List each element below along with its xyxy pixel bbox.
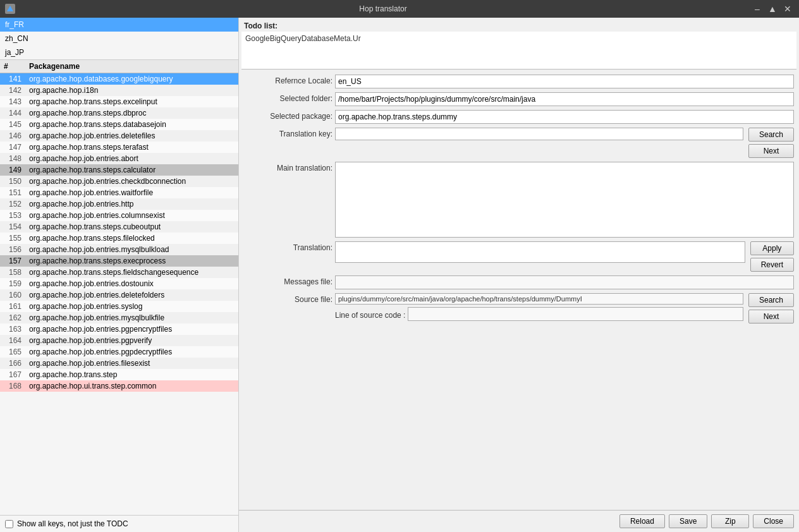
- selected-folder-row: Selected folder:: [244, 92, 794, 106]
- row-number: 161: [0, 301, 25, 312]
- row-number: 160: [0, 289, 25, 301]
- zip-button[interactable]: Zip: [711, 514, 749, 528]
- row-packagename: org.apache.hop.job.entries.mysqlbulkfile: [25, 312, 238, 323]
- row-number: 151: [0, 187, 25, 198]
- messages-file-value: [335, 275, 794, 289]
- reload-button[interactable]: Reload: [619, 514, 665, 528]
- row-packagename: org.apache.hop.job.entries.http: [25, 198, 238, 210]
- table-row[interactable]: 162org.apache.hop.job.entries.mysqlbulkf…: [0, 312, 238, 323]
- row-packagename: org.apache.hop.job.entries.checkdbconnec…: [25, 176, 238, 187]
- main-translation-textarea[interactable]: [335, 162, 794, 238]
- translation-key-row: Translation key: Search Next: [244, 128, 794, 158]
- title-bar-controls: – ▲ ✕: [751, 3, 794, 15]
- selected-folder-input[interactable]: [335, 92, 794, 106]
- reference-locale-row: Refernce Locale:: [244, 75, 794, 88]
- translation-row: Translation: Apply Revert: [244, 241, 794, 272]
- table-row[interactable]: 166org.apache.hop.job.entries.filesexist: [0, 358, 238, 369]
- row-packagename: org.apache.hop.job.entries.mysqlbulkload: [25, 244, 238, 255]
- translation-textarea[interactable]: [335, 241, 745, 263]
- selected-package-input[interactable]: [335, 110, 794, 124]
- table-row[interactable]: 141org.apache.hop.databases.googlebigque…: [0, 73, 238, 85]
- row-number: 166: [0, 358, 25, 369]
- table-row[interactable]: 164org.apache.hop.job.entries.pgpverify: [0, 335, 238, 346]
- table-row[interactable]: 158org.apache.hop.trans.steps.fieldschan…: [0, 267, 238, 278]
- row-number: 145: [0, 119, 25, 130]
- translation-key-label: Translation key:: [244, 128, 332, 138]
- row-packagename: org.apache.hop.job.entries.waitforfile: [25, 187, 238, 198]
- row-packagename: org.apache.hop.trans.step: [25, 369, 238, 380]
- show-all-keys-label[interactable]: Show all keys, not just the TODC: [17, 519, 128, 528]
- main-translation-row: Main translation:: [244, 162, 794, 238]
- table-row[interactable]: 163org.apache.hop.job.entries.pgpencrypt…: [0, 323, 238, 335]
- row-packagename: org.apache.hop.job.entries.deletefolders: [25, 289, 238, 301]
- row-number: 152: [0, 198, 25, 210]
- main-translation-label: Main translation:: [244, 162, 332, 172]
- table-row[interactable]: 152org.apache.hop.job.entries.http: [0, 198, 238, 210]
- translation-key-input[interactable]: [335, 128, 743, 140]
- table-row[interactable]: 145org.apache.hop.trans.steps.databasejo…: [0, 119, 238, 130]
- todo-list-container[interactable]: GoogleBigQueryDatabaseMeta.Ur: [241, 32, 796, 70]
- table-row[interactable]: 147org.apache.hop.trans.steps.terafast: [0, 142, 238, 153]
- table-row[interactable]: 142org.apache.hop.i18n: [0, 85, 238, 96]
- reference-locale-input[interactable]: [335, 75, 794, 88]
- table-row[interactable]: 157org.apache.hop.trans.steps.execproces…: [0, 255, 238, 267]
- locale-item-ja-jp[interactable]: ja_JP: [0, 45, 238, 59]
- row-packagename: org.apache.hop.job.entries.columnsexist: [25, 210, 238, 221]
- row-packagename: org.apache.hop.job.entries.dostounix: [25, 278, 238, 289]
- table-row[interactable]: 151org.apache.hop.job.entries.waitforfil…: [0, 187, 238, 198]
- table-row[interactable]: 159org.apache.hop.job.entries.dostounix: [0, 278, 238, 289]
- show-all-keys-checkbox[interactable]: [5, 520, 13, 528]
- row-packagename: org.apache.hop.trans.steps.cubeoutput: [25, 221, 238, 233]
- table-row[interactable]: 167org.apache.hop.trans.step: [0, 369, 238, 380]
- table-row[interactable]: 146org.apache.hop.job.entries.deletefile…: [0, 130, 238, 142]
- left-bottom: Show all keys, not just the TODC: [0, 515, 238, 532]
- table-row[interactable]: 153org.apache.hop.job.entries.columnsexi…: [0, 210, 238, 221]
- close-button[interactable]: Close: [753, 514, 794, 528]
- row-number: 144: [0, 107, 25, 119]
- locale-item-zh-cn[interactable]: zh_CN: [0, 32, 238, 45]
- minimize-button[interactable]: –: [751, 3, 764, 15]
- maximize-button[interactable]: ▲: [766, 3, 779, 15]
- table-row[interactable]: 168org.apache.hop.ui.trans.step.common: [0, 380, 238, 392]
- row-number: 164: [0, 335, 25, 346]
- table-row[interactable]: 165org.apache.hop.job.entries.pgpdecrypt…: [0, 346, 238, 358]
- revert-button[interactable]: Revert: [750, 258, 794, 272]
- row-packagename: org.apache.hop.databases.googlebigquery: [25, 73, 238, 85]
- row-number: 148: [0, 153, 25, 164]
- table-row[interactable]: 148org.apache.hop.job.entries.abort: [0, 153, 238, 164]
- reference-locale-label: Refernce Locale:: [244, 75, 332, 85]
- table-row[interactable]: 154org.apache.hop.trans.steps.cubeoutput: [0, 221, 238, 233]
- row-number: 155: [0, 233, 25, 244]
- save-button[interactable]: Save: [669, 514, 707, 528]
- search-button-lower[interactable]: Search: [748, 293, 794, 307]
- table-row[interactable]: 160org.apache.hop.job.entries.deletefold…: [0, 289, 238, 301]
- row-number: 153: [0, 210, 25, 221]
- title-bar-left: [5, 4, 15, 14]
- locale-item-fr-fr[interactable]: fr_FR: [0, 18, 238, 32]
- package-table-container[interactable]: # Packagename 141org.apache.hop.database…: [0, 59, 238, 515]
- search-button[interactable]: Search: [748, 128, 794, 142]
- window-title: Hop translator: [15, 4, 751, 13]
- translation-label: Translation:: [244, 241, 332, 252]
- main-content: fr_FR zh_CN ja_JP # Packagename 141org.a…: [0, 18, 799, 532]
- title-bar: Hop translator – ▲ ✕: [0, 0, 799, 18]
- table-row[interactable]: 156org.apache.hop.job.entries.mysqlbulkl…: [0, 244, 238, 255]
- line-of-source-code-label: Line of source code :: [335, 309, 405, 320]
- svg-marker-0: [7, 6, 13, 11]
- row-number: 168: [0, 380, 25, 392]
- table-row[interactable]: 161org.apache.hop.job.entries.syslog: [0, 301, 238, 312]
- row-packagename: org.apache.hop.trans.steps.execprocess: [25, 255, 238, 267]
- close-window-button[interactable]: ✕: [781, 3, 794, 15]
- table-row[interactable]: 150org.apache.hop.job.entries.checkdbcon…: [0, 176, 238, 187]
- row-number: 141: [0, 73, 25, 85]
- row-number: 143: [0, 96, 25, 107]
- table-row[interactable]: 143org.apache.hop.trans.steps.excelinput: [0, 96, 238, 107]
- next-button-top[interactable]: Next: [748, 144, 794, 158]
- selected-folder-label: Selected folder:: [244, 92, 332, 103]
- table-row[interactable]: 149org.apache.hop.trans.steps.calculator: [0, 164, 238, 176]
- table-row[interactable]: 155org.apache.hop.trans.steps.filelocked: [0, 233, 238, 244]
- next-button-lower[interactable]: Next: [748, 310, 794, 323]
- table-row[interactable]: 144org.apache.hop.trans.steps.dbproc: [0, 107, 238, 119]
- apply-button[interactable]: Apply: [750, 241, 794, 255]
- row-number: 147: [0, 142, 25, 153]
